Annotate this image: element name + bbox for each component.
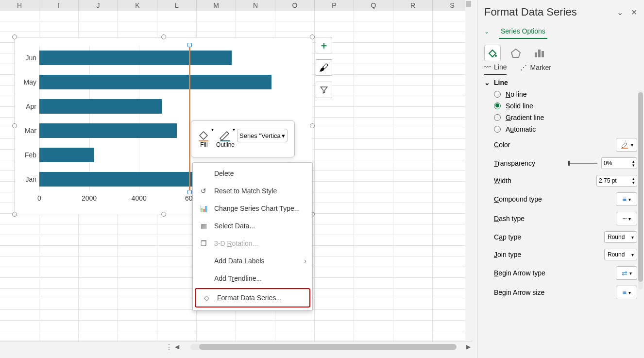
paint-bucket-icon [487,48,498,58]
y-label: May [15,78,36,86]
menu-format-data-series[interactable]: ◇Format Data Series... [195,288,310,307]
line-weight-icon: ≡ [622,195,626,203]
cap-type-dropdown[interactable]: Round▾ [604,231,637,243]
bar[interactable] [39,99,162,114]
scroll-thumb[interactable] [199,344,457,350]
scroll-right-icon[interactable]: ▶ [464,343,472,350]
svg-rect-5 [538,50,541,57]
menu-reset-style[interactable]: ↺Reset to Match Style [193,182,312,200]
col-header[interactable]: R [393,0,433,11]
col-header[interactable]: M [197,0,236,11]
format-icon: ◇ [202,293,211,303]
vertical-scrollbar[interactable] [465,0,472,340]
bars-icon [534,48,544,58]
scroll-up-icon[interactable] [466,1,471,7]
col-header[interactable]: P [315,0,354,11]
svg-marker-3 [511,49,520,57]
fill-label: Fill [194,141,214,148]
chart-filters-button[interactable] [316,82,332,98]
marker-tab[interactable]: ⋰Marker [520,63,551,75]
pentagon-icon [510,48,521,58]
menu-add-data-labels[interactable]: Add Data Labels› [193,252,312,270]
x-label: 2000 [75,194,104,202]
resize-handle[interactable] [161,212,166,217]
svg-rect-4 [535,52,537,57]
line-tab[interactable]: 〰Line [484,63,507,75]
col-header[interactable]: J [79,0,118,11]
begin-arrow-type-dropdown[interactable]: ⇄▾ [616,266,637,280]
resize-handle[interactable] [310,123,315,128]
series-handle[interactable] [187,190,192,194]
no-line-radio[interactable]: No line [484,88,637,100]
gradient-line-radio[interactable]: Gradient line [484,112,637,123]
resize-handle[interactable] [12,212,17,217]
join-type-dropdown[interactable]: Round▾ [604,249,637,260]
mini-format-toolbar: ▾ Fill ▾ Outline Series "Vertica ▾ [191,120,295,157]
effects-tab[interactable] [508,45,524,61]
outline-button[interactable]: ▾ Outline [216,124,235,148]
arrow-type-icon: ⇄ [622,269,627,277]
menu-delete[interactable]: Delete [193,165,312,182]
scroll-thumb[interactable] [638,92,643,282]
line-section-header[interactable]: ⌄Line [484,77,637,88]
horizontal-scrollbar[interactable]: ⋮ ◀ ▶ [0,342,472,351]
chevron-down-icon: ▾ [631,235,634,240]
chart-elements-button[interactable]: ＋ [316,37,332,53]
bar[interactable] [39,51,232,65]
scroll-left-icon[interactable]: ◀ [173,343,181,350]
col-header[interactable]: I [39,0,79,11]
cube-icon: ❐ [199,239,208,248]
chevron-down-icon[interactable]: ⌄ [617,8,623,17]
bar[interactable] [39,123,177,138]
series-selector-dropdown[interactable]: Series "Vertica ▾ [237,129,288,142]
svg-point-2 [495,55,497,57]
marker-icon: ⋰ [520,64,527,71]
chevron-down-icon[interactable]: ⌄ [484,28,489,35]
close-icon[interactable]: ✕ [631,8,637,17]
col-header[interactable]: L [157,0,197,11]
brush-icon: 🖌 [319,62,329,73]
col-header[interactable]: Q [354,0,393,11]
context-menu: Delete ↺Reset to Match Style 📊Change Ser… [192,162,313,311]
col-header[interactable]: O [275,0,315,11]
menu-select-data[interactable]: ▦Select Data... [193,217,312,235]
chevron-right-icon: › [304,257,306,265]
transparency-spinner[interactable]: 0%▴▾ [601,157,637,169]
chart-styles-button[interactable]: 🖌 [316,59,332,76]
vertical-reference-line[interactable] [189,46,190,191]
dash-type-dropdown[interactable]: ┄▾ [616,212,637,225]
menu-change-chart-type[interactable]: 📊Change Series Chart Type... [193,200,312,217]
begin-arrow-size-dropdown[interactable]: ≡▾ [616,286,637,299]
resize-handle[interactable] [310,34,315,39]
automatic-radio[interactable]: Automatic [484,123,637,135]
pane-scrollbar[interactable] [638,90,643,290]
bar[interactable] [39,75,271,89]
fill-button[interactable]: ▾ Fill [194,124,214,148]
col-header[interactable]: N [236,0,275,11]
series-options-tab[interactable]: Series Options [499,27,547,39]
col-header[interactable]: H [0,0,39,11]
menu-add-trendline[interactable]: Add Trendline... [193,270,312,287]
width-label: Width [494,177,511,185]
chevron-down-icon: ▾ [631,252,634,257]
dash-icon: ┄ [623,215,627,222]
solid-line-radio[interactable]: Solid line [484,100,637,112]
sheet-tab-handle-icon[interactable]: ⋮ [165,342,173,352]
arrow-size-icon: ≡ [622,289,626,296]
width-spinner[interactable]: 2.75 pt▴▾ [596,175,637,187]
chevron-down-icon: ▾ [282,132,285,139]
line-icon: 〰 [484,63,491,71]
column-headers: H I J K L M N O P Q R S [0,0,472,11]
fill-line-tab[interactable] [484,45,501,61]
col-header[interactable]: K [118,0,157,11]
compound-type-label: Compound type [494,195,542,203]
resize-handle[interactable] [161,34,166,39]
resize-handle[interactable] [12,34,17,39]
compound-type-dropdown[interactable]: ≡▾ [616,192,637,206]
series-handle[interactable] [187,43,192,47]
color-dropdown[interactable]: ▾ [616,138,637,152]
transparency-slider[interactable] [568,163,597,164]
y-label: Jun [15,54,36,62]
series-options-tab-icon[interactable] [531,45,547,61]
bar[interactable] [39,148,94,162]
